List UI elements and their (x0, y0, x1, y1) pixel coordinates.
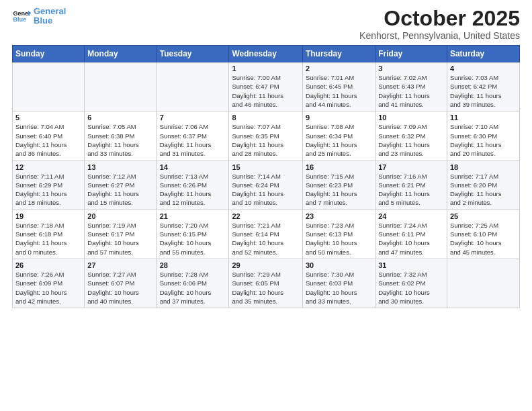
day-info: Sunrise: 7:30 AMSunset: 6:03 PMDaylight:… (306, 270, 372, 306)
day-info: Sunrise: 7:12 AMSunset: 6:27 PMDaylight:… (87, 172, 153, 208)
day-number: 2 (306, 64, 372, 73)
day-info: Sunrise: 7:20 AMSunset: 6:15 PMDaylight:… (160, 221, 226, 257)
day-cell: 24Sunrise: 7:24 AMSunset: 6:11 PMDayligh… (375, 210, 447, 259)
day-cell: 15Sunrise: 7:14 AMSunset: 6:24 PMDayligh… (229, 161, 302, 210)
day-cell: 16Sunrise: 7:15 AMSunset: 6:23 PMDayligh… (302, 161, 375, 210)
day-cell: 17Sunrise: 7:16 AMSunset: 6:21 PMDayligh… (375, 161, 447, 210)
day-number: 3 (378, 64, 444, 73)
day-info: Sunrise: 7:17 AMSunset: 6:20 PMDaylight:… (450, 172, 517, 208)
day-number: 19 (15, 212, 81, 220)
day-number: 21 (160, 212, 226, 220)
day-number: 11 (450, 113, 517, 122)
calendar-table: SundayMondayTuesdayWednesdayThursdayFrid… (12, 45, 520, 308)
day-cell: 29Sunrise: 7:29 AMSunset: 6:05 PMDayligh… (229, 259, 302, 308)
day-cell: 11Sunrise: 7:10 AMSunset: 6:30 PMDayligh… (447, 111, 519, 161)
day-cell: 22Sunrise: 7:21 AMSunset: 6:14 PMDayligh… (229, 210, 302, 259)
day-cell: 18Sunrise: 7:17 AMSunset: 6:20 PMDayligh… (447, 161, 519, 210)
day-number: 12 (15, 163, 81, 171)
day-number: 17 (378, 163, 444, 171)
day-info: Sunrise: 7:27 AMSunset: 6:07 PMDaylight:… (87, 270, 153, 306)
day-cell: 13Sunrise: 7:12 AMSunset: 6:27 PMDayligh… (85, 161, 157, 210)
day-number: 9 (306, 113, 372, 122)
day-cell: 1Sunrise: 7:00 AMSunset: 6:47 PMDaylight… (229, 62, 302, 111)
day-number: 15 (232, 163, 299, 171)
day-cell: 2Sunrise: 7:01 AMSunset: 6:45 PMDaylight… (302, 62, 375, 111)
logo-line2: Blue (34, 15, 52, 26)
day-cell (13, 62, 85, 111)
day-info: Sunrise: 7:19 AMSunset: 6:17 PMDaylight:… (87, 221, 153, 257)
day-cell: 4Sunrise: 7:03 AMSunset: 6:42 PMDaylight… (447, 62, 519, 111)
day-info: Sunrise: 7:02 AMSunset: 6:43 PMDaylight:… (378, 73, 444, 109)
day-cell (85, 62, 157, 111)
day-info: Sunrise: 7:08 AMSunset: 6:34 PMDaylight:… (306, 122, 372, 158)
day-info: Sunrise: 7:00 AMSunset: 6:47 PMDaylight:… (232, 73, 299, 109)
week-row-4: 19Sunrise: 7:18 AMSunset: 6:18 PMDayligh… (13, 210, 520, 259)
day-info: Sunrise: 7:29 AMSunset: 6:05 PMDaylight:… (232, 270, 299, 306)
month-title: October 2025 (359, 7, 520, 30)
day-number: 16 (306, 163, 372, 171)
day-cell: 8Sunrise: 7:07 AMSunset: 6:35 PMDaylight… (229, 111, 302, 161)
day-info: Sunrise: 7:09 AMSunset: 6:32 PMDaylight:… (378, 122, 444, 158)
day-cell: 20Sunrise: 7:19 AMSunset: 6:17 PMDayligh… (85, 210, 157, 259)
logo-text: General Blue (34, 7, 66, 26)
day-number: 13 (87, 163, 153, 171)
day-info: Sunrise: 7:05 AMSunset: 6:38 PMDaylight:… (87, 122, 153, 158)
day-cell: 23Sunrise: 7:23 AMSunset: 6:13 PMDayligh… (302, 210, 375, 259)
location: Kenhorst, Pennsylvania, United States (359, 30, 520, 41)
day-cell: 12Sunrise: 7:11 AMSunset: 6:29 PMDayligh… (13, 161, 85, 210)
day-cell: 25Sunrise: 7:25 AMSunset: 6:10 PMDayligh… (447, 210, 519, 259)
day-cell: 30Sunrise: 7:30 AMSunset: 6:03 PMDayligh… (302, 259, 375, 308)
svg-text:Blue: Blue (13, 17, 26, 24)
header-row: SundayMondayTuesdayWednesdayThursdayFrid… (13, 46, 520, 62)
logo-line1: General (34, 6, 66, 16)
day-info: Sunrise: 7:03 AMSunset: 6:42 PMDaylight:… (450, 73, 517, 109)
day-cell: 19Sunrise: 7:18 AMSunset: 6:18 PMDayligh… (13, 210, 85, 259)
col-header-friday: Friday (375, 46, 447, 62)
day-cell: 26Sunrise: 7:26 AMSunset: 6:09 PMDayligh… (13, 259, 85, 308)
day-info: Sunrise: 7:16 AMSunset: 6:21 PMDaylight:… (378, 172, 444, 208)
day-cell (157, 62, 229, 111)
day-cell: 27Sunrise: 7:27 AMSunset: 6:07 PMDayligh… (85, 259, 157, 308)
day-info: Sunrise: 7:23 AMSunset: 6:13 PMDaylight:… (306, 221, 372, 257)
day-number: 31 (378, 261, 444, 269)
day-info: Sunrise: 7:01 AMSunset: 6:45 PMDaylight:… (306, 73, 372, 109)
day-number: 20 (87, 212, 153, 220)
week-row-5: 26Sunrise: 7:26 AMSunset: 6:09 PMDayligh… (13, 259, 520, 308)
day-info: Sunrise: 7:21 AMSunset: 6:14 PMDaylight:… (232, 221, 299, 257)
col-header-monday: Monday (85, 46, 157, 62)
day-info: Sunrise: 7:25 AMSunset: 6:10 PMDaylight:… (450, 221, 517, 257)
day-number: 26 (15, 261, 81, 269)
day-info: Sunrise: 7:32 AMSunset: 6:02 PMDaylight:… (378, 270, 444, 306)
day-cell: 28Sunrise: 7:28 AMSunset: 6:06 PMDayligh… (157, 259, 229, 308)
week-row-3: 12Sunrise: 7:11 AMSunset: 6:29 PMDayligh… (13, 161, 520, 210)
day-cell: 3Sunrise: 7:02 AMSunset: 6:43 PMDaylight… (375, 62, 447, 111)
week-row-2: 5Sunrise: 7:04 AMSunset: 6:40 PMDaylight… (13, 111, 520, 161)
day-number: 22 (232, 212, 299, 220)
col-header-sunday: Sunday (13, 46, 85, 62)
day-number: 14 (160, 163, 226, 171)
day-cell: 5Sunrise: 7:04 AMSunset: 6:40 PMDaylight… (13, 111, 85, 161)
day-number: 7 (160, 113, 226, 122)
day-info: Sunrise: 7:11 AMSunset: 6:29 PMDaylight:… (15, 172, 81, 208)
day-number: 23 (306, 212, 372, 220)
day-number: 24 (378, 212, 444, 220)
logo: General Blue General Blue (12, 7, 66, 26)
day-cell (447, 259, 519, 308)
day-info: Sunrise: 7:26 AMSunset: 6:09 PMDaylight:… (15, 270, 81, 306)
day-info: Sunrise: 7:15 AMSunset: 6:23 PMDaylight:… (306, 172, 372, 208)
day-cell: 9Sunrise: 7:08 AMSunset: 6:34 PMDaylight… (302, 111, 375, 161)
day-cell: 7Sunrise: 7:06 AMSunset: 6:37 PMDaylight… (157, 111, 229, 161)
title-block: October 2025 Kenhorst, Pennsylvania, Uni… (359, 7, 520, 41)
day-number: 25 (450, 212, 517, 220)
day-cell: 6Sunrise: 7:05 AMSunset: 6:38 PMDaylight… (85, 111, 157, 161)
day-cell: 14Sunrise: 7:13 AMSunset: 6:26 PMDayligh… (157, 161, 229, 210)
day-info: Sunrise: 7:24 AMSunset: 6:11 PMDaylight:… (378, 221, 444, 257)
day-cell: 10Sunrise: 7:09 AMSunset: 6:32 PMDayligh… (375, 111, 447, 161)
day-info: Sunrise: 7:10 AMSunset: 6:30 PMDaylight:… (450, 122, 517, 158)
day-number: 30 (306, 261, 372, 269)
day-number: 10 (378, 113, 444, 122)
week-row-1: 1Sunrise: 7:00 AMSunset: 6:47 PMDaylight… (13, 62, 520, 111)
day-number: 1 (232, 64, 299, 73)
day-cell: 21Sunrise: 7:20 AMSunset: 6:15 PMDayligh… (157, 210, 229, 259)
day-info: Sunrise: 7:28 AMSunset: 6:06 PMDaylight:… (160, 270, 226, 306)
